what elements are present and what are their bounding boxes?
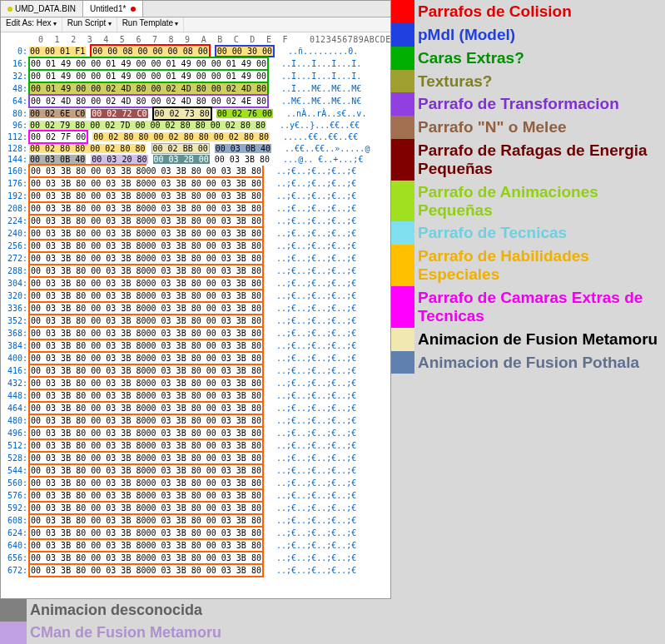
hex-byte-group: 00 03 3B 80 00 03 3B 8000 03 3B 80 00 03… — [29, 391, 263, 400]
offset: 624: — [2, 528, 27, 538]
hex-row: 656:00 03 3B 80 00 03 3B 8000 03 3B 80 0… — [2, 552, 389, 564]
hex-row: 224:00 03 3B 80 00 03 3B 8000 03 3B 80 0… — [2, 215, 389, 227]
offset: 304: — [2, 278, 27, 289]
hex-bytes: 00 03 3B 80 00 03 3B 80 — [145, 490, 263, 503]
hex-bytes: 00 03 3B 80 00 03 3B 80 — [145, 353, 263, 365]
hex-byte-group: 00 01 49 00 00 01 49 00 00 01 49 00 00 0… — [29, 72, 268, 81]
tab-umd-data[interactable]: UMD_DATA.BIN — [1, 1, 83, 17]
hex-bytes: 00 03 3B 80 00 03 3B 80 — [145, 166, 263, 178]
hex-byte-group: 00 03 3B 80 00 03 3B 8000 03 3B 80 00 03… — [29, 491, 263, 500]
hex-bytes: 00 02 BB 00 — [151, 143, 210, 154]
offset: 608: — [2, 515, 27, 526]
legend-item: Parrafos de Colision — [391, 0, 665, 23]
offset: 320: — [2, 290, 27, 301]
file-tabs: UMD_DATA.BIN Untitled1* — [1, 1, 390, 17]
offset: 592: — [2, 503, 27, 513]
hex-row: 464:00 03 3B 80 00 03 3B 8000 03 3B 80 0… — [2, 402, 389, 414]
hex-row: 672:00 03 3B 80 00 03 3B 8000 03 3B 80 0… — [2, 564, 389, 577]
hex-bytes: 00 03 3B 80 00 03 3B 80 — [145, 428, 263, 440]
hex-row: 576:00 03 3B 80 00 03 3B 8000 03 3B 80 0… — [2, 489, 389, 502]
ascii-text: ..;€..;€..;€..;€ — [266, 429, 356, 438]
ascii-text: ..;€..;€..;€..;€ — [266, 179, 356, 188]
hex-byte-group: 00 03 3B 80 00 03 3B 8000 03 3B 80 00 03… — [29, 229, 263, 238]
hex-display[interactable]: 0 1 2 3 4 5 6 7 8 9 A B C D E F 01234567… — [1, 32, 390, 578]
hex-byte-group: 00 03 3B 80 00 03 3B 8000 03 3B 80 00 03… — [29, 366, 263, 375]
hex-byte-group: 00 03 3B 80 00 03 3B 8000 03 3B 80 00 03… — [29, 453, 263, 463]
offset: 512: — [2, 440, 27, 451]
hex-bytes: 00 03 3B 80 00 03 3B 80 — [145, 552, 263, 565]
legend-label: Parrafo "N" o Melee — [414, 116, 665, 139]
hex-bytes: 00 02 80 80 00 02 80 80 00 02 80 80 — [92, 132, 270, 141]
hex-byte-group: 00 03 3B 80 00 03 3B 8000 03 3B 80 00 03… — [29, 316, 263, 325]
hex-byte-group: 00 03 3B 80 00 03 3B 8000 03 3B 80 00 03… — [29, 354, 263, 363]
legend-item: Parrafo de Tecnicas — [391, 221, 665, 245]
ascii-text: ..M€..M€..M€..N€ — [271, 97, 361, 106]
hex-bytes: 00 02 79 80 00 02 7D 00 00 02 80 80 00 0… — [29, 121, 266, 130]
hex-byte-group: 00 03 3B 80 00 03 3B 8000 03 3B 80 00 03… — [29, 266, 263, 275]
offset: 176: — [2, 178, 27, 189]
hex-row: 640:00 03 3B 80 00 03 3B 8000 03 3B 80 0… — [2, 539, 389, 552]
legend-label: Parrafo de Habilidades Especiales — [414, 245, 665, 286]
color-swatch — [391, 245, 414, 286]
legend-label: Caras Extras? — [414, 47, 665, 70]
tab-modified-icon — [131, 7, 136, 12]
hex-byte-group: 00 03 3B 80 00 03 3B 8000 03 3B 80 00 03… — [29, 541, 263, 550]
hex-byte-group: 00 03 3B 80 00 03 3B 8000 03 3B 80 00 03… — [29, 254, 263, 263]
offset: 416: — [2, 365, 27, 376]
hex-byte-group: 00 03 3B 80 00 03 3B 8000 03 3B 80 00 03… — [29, 179, 263, 188]
hex-row: 416:00 03 3B 80 00 03 3B 8000 03 3B 80 0… — [2, 364, 389, 377]
color-swatch — [391, 221, 414, 245]
offset: 480: — [2, 415, 27, 426]
hex-byte-group: 00 03 3B 80 00 03 3B 8000 03 3B 80 00 03… — [29, 416, 263, 425]
hex-row: 16:00 01 49 00 00 01 49 00 00 01 49 00 0… — [2, 57, 389, 70]
hex-byte-group: 00 03 3B 80 00 03 3B 8000 03 3B 80 00 03… — [29, 566, 263, 575]
run-script-button[interactable]: Run Script — [62, 17, 117, 32]
hex-bytes: 00 03 3B 80 00 03 3B 80 — [28, 563, 146, 577]
hex-bytes: 00 03 3B 80 00 03 3B 80 — [145, 278, 263, 290]
hex-bytes: 00 00 30 00 — [215, 45, 275, 57]
offset: 352: — [2, 315, 27, 326]
color-swatch — [391, 0, 414, 23]
hex-row: 352:00 03 3B 80 00 03 3B 8000 03 3B 80 0… — [2, 315, 389, 327]
ascii-text: ..;€..;€..;€..;€ — [266, 541, 356, 550]
hex-byte-group: 00 03 3B 80 00 03 3B 8000 03 3B 80 00 03… — [29, 216, 263, 225]
hex-row: 528:00 03 3B 80 00 03 3B 8000 03 3B 80 0… — [2, 452, 389, 464]
hex-byte-group: 00 03 3B 80 00 03 3B 8000 03 3B 80 00 03… — [29, 441, 263, 450]
ascii-text: .....€€..€€..€€ — [273, 132, 358, 141]
hex-row: 208:00 03 3B 80 00 03 3B 8000 03 3B 80 0… — [2, 202, 389, 215]
hex-bytes: 00 02 4D 80 00 02 4D 80 00 02 4D 80 00 0… — [28, 94, 269, 108]
ascii-text: ..;€..;€..;€..;€ — [266, 329, 356, 338]
ascii-text: ..;€..;€..;€..;€ — [266, 191, 356, 201]
tab-untitled[interactable]: Untitled1* — [83, 1, 143, 17]
hex-byte-group: 00 03 3B 80 00 03 3B 8000 03 3B 80 00 03… — [29, 329, 263, 338]
hex-bytes: 00 03 3B 80 00 03 3B 80 — [145, 403, 263, 415]
hex-byte-group: 00 03 3B 80 00 03 3B 8000 03 3B 80 00 03… — [29, 516, 263, 525]
hex-row: 368:00 03 3B 80 00 03 3B 8000 03 3B 80 0… — [2, 327, 389, 339]
hex-bytes: 00 03 3B 80 00 03 3B 80 — [145, 415, 263, 428]
hex-bytes: 00 03 3B 80 00 03 3B 80 — [145, 315, 263, 328]
hex-row: 592:00 03 3B 80 00 03 3B 8000 03 3B 80 0… — [2, 502, 389, 514]
hex-bytes: 00 02 76 00 — [216, 109, 273, 118]
ascii-text: ..;€..;€..;€..;€ — [266, 466, 356, 475]
hex-bytes: 00 03 0B 40 — [29, 155, 86, 164]
hex-bytes: 00 03 3B 80 00 03 3B 80 — [145, 465, 263, 478]
offset: 224: — [2, 215, 27, 226]
run-template-button[interactable]: Run Template — [117, 17, 185, 32]
hex-byte-group: 00 02 4D 80 00 02 4D 80 00 02 4D 80 00 0… — [29, 97, 268, 106]
hex-row: 192:00 03 3B 80 00 03 3B 8000 03 3B 80 0… — [2, 190, 389, 202]
offset: 240: — [2, 228, 27, 239]
offset: 48: — [2, 83, 27, 94]
edit-as-button[interactable]: Edit As: Hex — [1, 17, 62, 32]
hex-row: 304:00 03 3B 80 00 03 3B 8000 03 3B 80 0… — [2, 277, 389, 290]
offset: 288: — [2, 265, 27, 276]
hex-bytes: 00 02 7F 00 — [28, 130, 88, 144]
ascii-text: ..;€..;€..;€..;€ — [266, 304, 356, 313]
hex-byte-group: 00 03 3B 80 00 03 3B 8000 03 3B 80 00 03… — [29, 204, 263, 213]
offset: 384: — [2, 340, 27, 351]
ascii-text: ..I...I...I...I. — [271, 72, 361, 81]
hex-bytes: 00 03 3B 80 00 03 3B 80 — [145, 340, 263, 353]
hex-row: 608:00 03 3B 80 00 03 3B 8000 03 3B 80 0… — [2, 514, 389, 527]
ascii-text: ..;€..;€..;€..;€ — [266, 416, 356, 425]
hex-row: 160:00 03 3B 80 00 03 3B 8000 03 3B 80 0… — [2, 165, 389, 177]
hex-bytes: 00 03 3B 80 00 03 3B 80 — [145, 478, 263, 490]
